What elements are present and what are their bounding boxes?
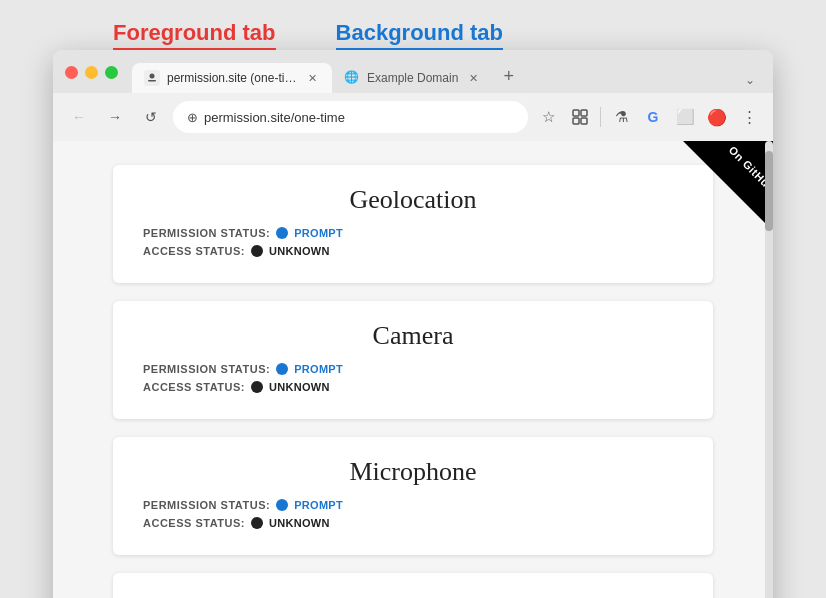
- menu-icon[interactable]: ⋮: [737, 105, 761, 129]
- geolocation-access-row: ACCESS STATUS: UNKNOWN: [143, 245, 683, 257]
- geolocation-permission-dot: [276, 227, 288, 239]
- back-button[interactable]: ←: [65, 103, 93, 131]
- background-tab-close[interactable]: ✕: [465, 70, 481, 86]
- camera-title: Camera: [143, 321, 683, 351]
- extension-icon[interactable]: [568, 105, 592, 129]
- address-field[interactable]: ⊕ permission.site/one-time: [173, 101, 528, 133]
- foreground-tab-title: permission.site (one-time): [167, 71, 297, 85]
- background-tab-label: Background tab: [336, 20, 503, 50]
- scrollbar-thumb[interactable]: [765, 151, 773, 231]
- title-bar-top: permission.site (one-time) ✕ 🌐 Example D…: [65, 60, 761, 93]
- geolocation-permission-row: PERMISSION STATUS: PROMPT: [143, 227, 683, 239]
- geolocation-access-dot: [251, 245, 263, 257]
- foreground-tab-close[interactable]: ✕: [304, 70, 320, 86]
- browser-window: permission.site (one-time) ✕ 🌐 Example D…: [53, 50, 773, 598]
- camera-permission-dot: [276, 363, 288, 375]
- title-bar: permission.site (one-time) ✕ 🌐 Example D…: [53, 50, 773, 93]
- flask-icon[interactable]: ⚗: [609, 105, 633, 129]
- camera-card: Camera PERMISSION STATUS: PROMPT ACCESS …: [113, 301, 713, 419]
- svg-rect-5: [573, 118, 579, 124]
- bookmark-icon[interactable]: ☆: [536, 105, 560, 129]
- toolbar-divider: [600, 107, 601, 127]
- microphone-access-value: UNKNOWN: [269, 517, 330, 529]
- svg-point-1: [150, 74, 155, 79]
- geolocation-permission-value: PROMPT: [294, 227, 343, 239]
- svg-rect-3: [573, 110, 579, 116]
- profile-icon[interactable]: 🔴: [705, 105, 729, 129]
- scrollbar[interactable]: [765, 141, 773, 598]
- cards-container: Geolocation PERMISSION STATUS: PROMPT AC…: [53, 141, 773, 598]
- geolocation-permission-label: PERMISSION STATUS:: [143, 227, 270, 239]
- svg-rect-2: [148, 80, 156, 82]
- tab-labels: Foreground tab Background tab: [53, 20, 773, 50]
- page-content: On GitHub Geolocation PERMISSION STATUS:…: [53, 141, 773, 598]
- tab-globe-icon: 🌐: [344, 70, 360, 86]
- camera-access-dot: [251, 381, 263, 393]
- camera-access-value: UNKNOWN: [269, 381, 330, 393]
- minimize-button[interactable]: [85, 66, 98, 79]
- forward-button[interactable]: →: [101, 103, 129, 131]
- camera-access-label: ACCESS STATUS:: [143, 381, 245, 393]
- geolocation-title: Geolocation: [143, 185, 683, 215]
- close-button[interactable]: [65, 66, 78, 79]
- address-actions: ☆ ⚗ G ⬜ 🔴 ⋮: [536, 105, 761, 129]
- foreground-tab-label: Foreground tab: [113, 20, 276, 50]
- site-lock-icon: ⊕: [187, 110, 198, 125]
- outer-wrapper: Foreground tab Background tab: [53, 20, 773, 598]
- geolocation-card: Geolocation PERMISSION STATUS: PROMPT AC…: [113, 165, 713, 283]
- new-tab-button[interactable]: +: [493, 60, 524, 93]
- google-icon[interactable]: G: [641, 105, 665, 129]
- microphone-permission-dot: [276, 499, 288, 511]
- sidebar-icon[interactable]: ⬜: [673, 105, 697, 129]
- camera-access-row: ACCESS STATUS: UNKNOWN: [143, 381, 683, 393]
- geolocation-access-label: ACCESS STATUS:: [143, 245, 245, 257]
- camera-permission-label: PERMISSION STATUS:: [143, 363, 270, 375]
- partial-card: [113, 573, 713, 598]
- traffic-lights: [65, 66, 118, 87]
- reload-button[interactable]: ↺: [137, 103, 165, 131]
- tab-site-icon: [144, 70, 160, 86]
- microphone-access-dot: [251, 517, 263, 529]
- background-tab-title: Example Domain: [367, 71, 458, 85]
- microphone-permission-label: PERMISSION STATUS:: [143, 499, 270, 511]
- camera-permission-row: PERMISSION STATUS: PROMPT: [143, 363, 683, 375]
- microphone-access-label: ACCESS STATUS:: [143, 517, 245, 529]
- microphone-access-row: ACCESS STATUS: UNKNOWN: [143, 517, 683, 529]
- background-tab[interactable]: 🌐 Example Domain ✕: [332, 63, 493, 93]
- address-text: permission.site/one-time: [204, 110, 514, 125]
- microphone-card: Microphone PERMISSION STATUS: PROMPT ACC…: [113, 437, 713, 555]
- tab-chevron[interactable]: ⌄: [739, 67, 761, 93]
- microphone-permission-row: PERMISSION STATUS: PROMPT: [143, 499, 683, 511]
- geolocation-access-value: UNKNOWN: [269, 245, 330, 257]
- microphone-title: Microphone: [143, 457, 683, 487]
- svg-rect-4: [581, 110, 587, 116]
- camera-permission-value: PROMPT: [294, 363, 343, 375]
- foreground-tab[interactable]: permission.site (one-time) ✕: [132, 63, 332, 93]
- svg-rect-6: [581, 118, 587, 124]
- tabs-row: permission.site (one-time) ✕ 🌐 Example D…: [132, 60, 761, 93]
- microphone-permission-value: PROMPT: [294, 499, 343, 511]
- maximize-button[interactable]: [105, 66, 118, 79]
- address-bar-row: ← → ↺ ⊕ permission.site/one-time ☆: [53, 93, 773, 141]
